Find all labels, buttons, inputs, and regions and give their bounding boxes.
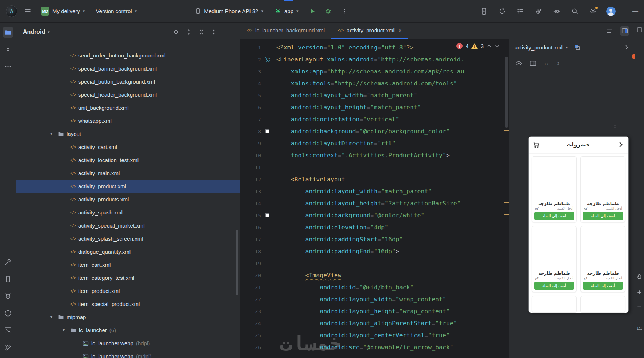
project-tool-button[interactable] [3, 27, 13, 38]
close-tab-icon[interactable]: × [399, 27, 402, 33]
tree-item[interactable]: </>activity_spash.xml [16, 206, 240, 219]
tree-item[interactable]: </>activity_product.xml [16, 180, 240, 193]
code-line[interactable]: 13 android:layout_width="match_parent" [240, 185, 509, 197]
code-line[interactable]: 12 <RelativeLayout [240, 173, 509, 185]
chevron-down-icon[interactable]: ▾ [60, 327, 68, 333]
chevron-down-icon[interactable]: ▾ [47, 314, 55, 319]
tab-activity-product[interactable]: </> activity_product.xml × [331, 23, 408, 39]
code-line[interactable]: 24 android:layout_alignParentStart="true… [240, 317, 509, 329]
tree-item[interactable]: </>activity_cart.xml [16, 140, 240, 153]
chevron-down-icon[interactable]: ▾ [47, 131, 55, 136]
tree-item[interactable]: ▾mipmap [16, 310, 240, 323]
tree-item[interactable]: </>special_button_background.xml [16, 75, 240, 88]
expand-panel-icon[interactable] [624, 44, 629, 50]
code-line[interactable]: 9 android:layoutDirection="rtl" [240, 137, 509, 149]
settings-button[interactable] [588, 6, 598, 16]
gradle-sync-button[interactable] [497, 6, 507, 16]
tree-item[interactable]: ic_launcher.webp(mdpi) [16, 350, 240, 358]
view-options-eye-icon[interactable] [515, 60, 522, 67]
tree-item[interactable]: ▾layout [16, 127, 240, 140]
expand-all-button[interactable] [185, 29, 192, 35]
device-pairing-button[interactable] [552, 6, 562, 16]
code-line[interactable]: 5 android:layout_width="match_parent" [240, 89, 509, 101]
tree-item[interactable]: </>dialogue_quantity.xml [16, 245, 240, 258]
code-line[interactable]: 26 android:src="@drawable/ic_arrow_back" [240, 341, 509, 353]
code-line[interactable]: 20 <ImageView [240, 269, 509, 281]
tree-item[interactable]: </>item_category_test.xml [16, 271, 240, 284]
device-selector[interactable]: Medium Phone API 32 ▾ [192, 6, 266, 16]
logcat-tool-button[interactable] [3, 291, 13, 302]
color-preview-icon[interactable] [265, 213, 269, 217]
code-line[interactable]: 11 [240, 161, 509, 173]
project-selector[interactable]: MD My delivery ▾ [38, 5, 88, 18]
version-control-menu[interactable]: Version control ▾ [93, 6, 140, 16]
code-line[interactable]: 19 [240, 257, 509, 269]
editor-scrollbar[interactable] [505, 57, 508, 128]
tree-item[interactable]: </>activity_location_test.xml [16, 153, 240, 166]
preview-file-selector[interactable]: activity_product.xml [515, 44, 563, 51]
code-line[interactable]: 4 xmlns:tools="http://schemas.android.co… [240, 77, 509, 89]
running-devices-button[interactable] [479, 6, 489, 16]
debug-button[interactable] [323, 6, 333, 16]
tree-item[interactable]: </>unit_background.xml [16, 101, 240, 114]
attach-debugger-button[interactable] [533, 6, 544, 16]
main-menu-button[interactable] [23, 6, 33, 16]
version-control-tool-button[interactable] [3, 342, 13, 353]
tree-item[interactable]: </>item_cart.xml [16, 258, 240, 271]
panel-options-button[interactable] [211, 29, 217, 35]
tree-item[interactable]: </>activity_products.xml [16, 193, 240, 206]
code-editor[interactable]: خمسات 1<?xml version="1.0" encoding="utf… [240, 39, 509, 358]
minimize-window-button[interactable]: — [632, 8, 638, 15]
preview-options-button[interactable] [612, 124, 618, 130]
preview-canvas[interactable]: خضروات طماطم طازجةأدخل الكميةكجأضف إلى ا… [509, 71, 635, 358]
layout-preview-device[interactable]: خضروات طماطم طازجةأدخل الكميةكجأضف إلى ا… [528, 136, 629, 313]
code-line[interactable]: 8 android:background="@color/background_… [240, 125, 509, 137]
code-line[interactable]: 6 android:layout_height="match_parent" [240, 101, 509, 113]
code-line[interactable]: 7 android:orientation="vertical" [240, 113, 509, 125]
orientation-columns-icon[interactable] [529, 60, 536, 67]
zoom-reset-button[interactable]: 1:1 [635, 326, 644, 330]
hide-panel-button[interactable] [223, 29, 229, 35]
collapse-all-button[interactable] [198, 29, 205, 35]
code-line[interactable]: 21 android:id="@+id/btn_back" [240, 281, 509, 293]
tree-item[interactable]: </>item_special_product.xml [16, 297, 240, 310]
code-line[interactable]: 10 tools:context=".Activities.ProductAct… [240, 149, 509, 161]
code-line[interactable]: 22 android:layout_width="wrap_content" [240, 293, 509, 305]
run-button[interactable] [307, 6, 317, 16]
pan-tool-button[interactable] [635, 273, 644, 279]
next-issue-icon[interactable] [495, 44, 500, 49]
project-tree-scrollbar[interactable] [236, 230, 238, 295]
code-line[interactable]: 16 android:elevation="4dp" [240, 221, 509, 233]
class-gutter-icon[interactable]: C [265, 57, 270, 62]
swap-horizontal-icon[interactable]: ↔ [544, 60, 549, 67]
tree-item[interactable]: </>activity_main.xml [16, 166, 240, 180]
code-line[interactable]: 2C<LinearLayout xmlns:android="http://sc… [240, 53, 509, 65]
zoom-out-button[interactable] [635, 304, 644, 310]
commit-tool-button[interactable] [3, 44, 13, 55]
code-view-button[interactable] [605, 26, 614, 36]
zoom-in-button[interactable] [635, 290, 644, 295]
tree-item[interactable]: </>item_product.xml [16, 284, 240, 297]
code-line[interactable]: 15 android:background="@color/white" [240, 209, 509, 221]
color-preview-icon[interactable] [265, 129, 269, 133]
build-tool-button[interactable] [3, 257, 13, 268]
tab-ic-launcher-background[interactable]: </> ic_launcher_background.xml [240, 23, 331, 39]
run-configuration-selector[interactable]: app ▾ [272, 6, 301, 17]
device-manager-tool-button[interactable] [3, 274, 13, 285]
tree-item[interactable]: </>special_header_background.xml [16, 88, 240, 101]
code-line[interactable]: 18 android:paddingEnd="16dp"> [240, 245, 509, 257]
layout-variants-icon[interactable] [574, 44, 580, 51]
tree-item[interactable]: ic_launcher.webp(hdpi) [16, 337, 240, 350]
prev-issue-icon[interactable] [487, 44, 492, 49]
code-line[interactable]: 17 android:paddingStart="16dp" [240, 233, 509, 245]
tree-item[interactable]: </>send_order_button_background.xml [16, 49, 240, 62]
inspection-widget[interactable]: ! 4 3 [456, 43, 500, 49]
tree-item[interactable]: </>special_banner_background.xml [16, 62, 240, 75]
project-view-selector[interactable]: Android [23, 29, 45, 35]
profile-avatar[interactable] [606, 7, 616, 16]
more-tool-windows-button[interactable] [3, 61, 13, 72]
code-line[interactable]: 23 android:layout_height="wrap_content" [240, 305, 509, 317]
tree-item[interactable]: </>activity_splash_screen.xml [16, 232, 240, 245]
swap-vertical-icon[interactable]: ↕ [557, 60, 560, 67]
build-variants-button[interactable] [515, 6, 525, 16]
